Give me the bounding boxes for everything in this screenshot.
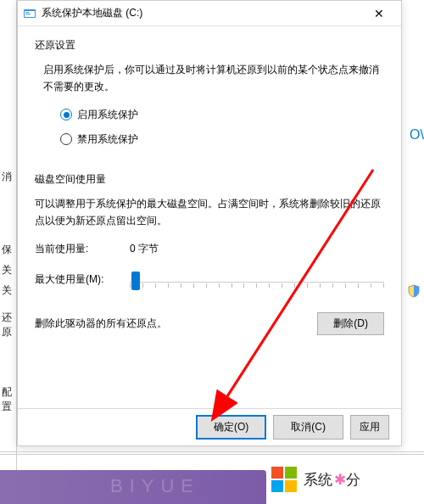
close-button[interactable]: ✕ xyxy=(362,2,396,25)
star-icon: ✱ xyxy=(334,471,346,489)
lavender-band: BIYUE xyxy=(0,470,266,504)
brand-text: 系统✱分 xyxy=(304,470,360,490)
radio-enable-protection[interactable]: 启用系统保护 xyxy=(60,108,384,122)
radio-icon xyxy=(60,109,72,120)
apply-button[interactable]: 应用 xyxy=(350,415,389,440)
delete-description: 删除此驱动器的所有还原点。 xyxy=(35,316,167,331)
radio-disable-protection[interactable]: 禁用系统保护 xyxy=(60,132,384,147)
bg-frag: 保 xyxy=(2,243,12,257)
close-icon: ✕ xyxy=(374,7,384,20)
max-usage-slider[interactable] xyxy=(130,272,384,288)
protection-radio-group: 启用系统保护 禁用系统保护 xyxy=(60,108,384,147)
disk-description: 可以调整用于系统保护的最大磁盘空间。占满空间时，系统将删除较旧的还原点以便为新还… xyxy=(35,195,384,230)
radio-label: 禁用系统保护 xyxy=(77,132,138,147)
microsoft-logo-icon xyxy=(271,467,297,492)
svg-rect-2 xyxy=(25,12,29,13)
bg-frag: 配置 xyxy=(2,385,16,414)
cancel-button[interactable]: 取消(C) xyxy=(273,415,343,440)
disk-section-title: 磁盘空间使用量 xyxy=(35,172,384,187)
bg-frag: 关 xyxy=(2,263,12,277)
delete-row: 删除此驱动器的所有还原点。 删除(D) xyxy=(35,312,384,335)
restore-section-title: 还原设置 xyxy=(35,38,384,53)
radio-icon xyxy=(60,133,72,145)
slider-thumb[interactable] xyxy=(131,272,140,290)
watermark-text: BIYUE xyxy=(110,475,200,497)
dialog-icon xyxy=(23,7,36,20)
dialog-content: 还原设置 启用系统保护后，你可以通过及时将计算机还原到以前的某个状态点来撤消不需… xyxy=(18,26,401,335)
dialog-title: 系统保护本地磁盘 (C:) xyxy=(42,6,362,20)
ok-button[interactable]: 确定(O) xyxy=(196,415,266,440)
current-usage-label: 当前使用量: xyxy=(35,242,130,256)
shield-icon xyxy=(407,284,421,300)
bg-ov-fragment: O\ xyxy=(410,127,424,143)
bg-frag: 关 xyxy=(2,283,12,298)
system-protection-dialog: 系统保护本地磁盘 (C:) ✕ 还原设置 启用系统保护后，你可以通过及时将计算机… xyxy=(17,0,402,446)
radio-label: 启用系统保护 xyxy=(77,108,138,122)
max-usage-row: 最大使用量(M): xyxy=(35,272,384,288)
footer-watermark-strip: BIYUE 系统✱分 xyxy=(0,455,424,504)
delete-button[interactable]: 删除(D) xyxy=(317,312,384,335)
svg-rect-3 xyxy=(25,14,31,14)
restore-description: 启用系统保护后，你可以通过及时将计算机还原到以前的某个状态点来撤消不需要的更改。 xyxy=(43,61,384,96)
max-usage-label: 最大使用量(M): xyxy=(35,272,130,287)
background-right-strip: O\ xyxy=(402,0,424,504)
brand-area: 系统✱分 xyxy=(266,455,424,504)
dialog-button-bar: 确定(O) 取消(C) 应用 xyxy=(18,408,401,445)
current-usage-row: 当前使用量: 0 字节 xyxy=(35,242,384,256)
titlebar: 系统保护本地磁盘 (C:) ✕ xyxy=(18,1,401,26)
background-left-strip: 消 保 关 关 还原 配置 xyxy=(0,0,17,504)
bg-frag: 还原 xyxy=(2,311,16,339)
current-usage-value: 0 字节 xyxy=(130,242,159,256)
disk-usage-section: 磁盘空间使用量 可以调整用于系统保护的最大磁盘空间。占满空间时，系统将删除较旧的… xyxy=(35,172,384,335)
bg-frag: 消 xyxy=(2,170,12,184)
